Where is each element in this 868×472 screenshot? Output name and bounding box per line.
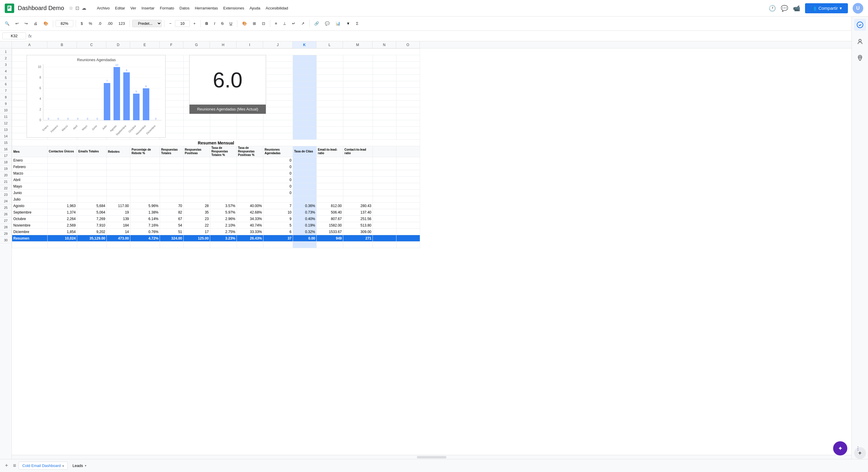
col-header-A[interactable]: A [12,41,47,48]
menu-accesibilidad[interactable]: Accesibilidad [264,5,290,11]
col-header-N[interactable]: N [373,41,396,48]
folder-icon[interactable]: ⊡ [75,5,79,11]
table-row [12,55,420,62]
ai-btn-dots[interactable]: ⋮ [853,441,863,456]
col-header-O[interactable]: O [396,41,420,48]
tab-leads[interactable]: Leads ▾ [69,462,90,470]
corner-cell [0,41,12,48]
borders-button[interactable]: ⊞ [250,20,258,27]
cell-mayo[interactable]: Mayo [12,183,48,190]
cell-marzo[interactable]: Marzo [12,170,48,177]
undo-button[interactable]: ↩ [13,20,21,27]
col-header-G[interactable]: G [183,41,210,48]
row-num-2: 2 [0,55,11,61]
user-avatar[interactable]: U [852,3,863,13]
cell-enero[interactable]: Enero [12,157,48,164]
share-button[interactable]: 👥 Compartir ▾ [805,3,848,13]
menu-editar[interactable]: Editar [113,5,127,11]
align-vert-button[interactable]: ⊥ [281,20,288,27]
cell-julio[interactable]: Julio [12,196,48,203]
cell-reference[interactable] [2,33,26,39]
history-icon[interactable]: 🕐 [769,5,776,12]
currency-button[interactable]: $ [79,20,85,27]
chart-button[interactable]: 📊 [333,20,343,27]
font-size-increase[interactable]: + [191,20,198,27]
decimal-inc-button[interactable]: .00 [105,20,115,27]
person-icon[interactable] [854,35,866,47]
col-header-E[interactable]: E [130,41,160,48]
filter-button[interactable]: ▼ [344,20,352,27]
star-icon[interactable]: ☆ [69,5,73,11]
tab-cold-email-dropdown[interactable]: ▾ [62,464,64,468]
menu-archivo[interactable]: Archivo [95,5,112,11]
col-header-L[interactable]: L [316,41,343,48]
col-header-M[interactable]: M [343,41,373,48]
menu-formato[interactable]: Formato [158,5,177,11]
cell-junio[interactable]: Junio [12,190,48,196]
col-header-F[interactable]: F [160,41,183,48]
merge-button[interactable]: ⊡ [259,20,268,27]
scrollbar-thumb[interactable] [417,456,446,459]
menu-extensiones[interactable]: Extensiones [221,5,247,11]
link-button[interactable]: 🔗 [312,20,321,27]
cell-octubre[interactable]: Octubre [12,215,48,222]
comments-icon[interactable]: 💬 [781,5,788,12]
row-num-9: 9 [0,100,11,107]
summary-mes[interactable]: Resumen [12,235,48,242]
comment-button[interactable]: 💬 [322,20,332,27]
cell-septiembre[interactable]: Septiembre [12,209,48,215]
ai-assistant-button[interactable]: ✦ [833,441,847,456]
table-row [12,120,420,127]
cell-agosto[interactable]: Agosto [12,203,48,209]
check-circle-icon[interactable] [854,19,866,31]
text-wrap-button[interactable]: ↵ [290,20,298,27]
menu-datos[interactable]: Datos [177,5,192,11]
print-button[interactable]: 🖨 [31,20,40,27]
menu-ver[interactable]: Ver [128,5,138,11]
map-pin-icon[interactable] [854,52,866,64]
align-horiz-button[interactable]: ≡ [273,20,280,27]
formula-button[interactable]: Σ [353,20,361,27]
underline-button[interactable]: U [227,20,235,27]
col-header-H[interactable]: H [210,41,237,48]
formula-input[interactable] [34,34,866,38]
cell-febrero[interactable]: Febrero [12,164,48,170]
tab-leads-dropdown[interactable]: ▾ [85,464,86,467]
row-num-3: 3 [0,61,11,68]
add-sheet-button[interactable]: + [2,462,11,470]
table-summary-row: Resumen 10,024 35,129.00 473.00 4.72% 32… [12,235,420,242]
col-header-D[interactable]: D [106,41,130,48]
tab-cold-email-dashboard[interactable]: Cold Email Dashboard ▾ [19,462,68,470]
paint-format-button[interactable]: 🎨 [41,20,51,27]
bold-button[interactable]: B [203,20,211,27]
horizontal-scrollbar[interactable] [12,455,851,459]
font-size-input[interactable] [175,20,190,27]
strikethrough-button[interactable]: S [219,20,226,27]
menu-herramientas[interactable]: Herramientas [192,5,220,11]
number-format-button[interactable]: 123 [116,20,127,27]
menu-insertar[interactable]: Insertar [139,5,157,11]
font-size-decrease[interactable]: − [167,20,174,27]
font-name-select[interactable]: Predet... [132,20,162,27]
cloud-icon[interactable]: ☁ [82,5,86,11]
col-header-I[interactable]: I [237,41,263,48]
fill-color-button[interactable]: 🎨 [240,20,249,27]
zoom-input[interactable] [56,20,73,27]
cell-noviembre[interactable]: Noviembre [12,222,48,229]
empty-cell[interactable] [12,49,420,55]
menu-ayuda[interactable]: Ayuda [247,5,263,11]
col-header-C[interactable]: C [77,41,106,48]
cell-abril[interactable]: Abril [12,177,48,183]
decimal-dec-button[interactable]: .0 [96,20,104,27]
percent-button[interactable]: % [86,20,95,27]
cell-diciembre[interactable]: Diciembre [12,229,48,235]
col-header-K[interactable]: K [293,41,316,48]
redo-button[interactable]: ↪ [22,20,30,27]
undo-search-icon[interactable]: 🔍 [2,20,12,27]
col-header-B[interactable]: B [47,41,77,48]
italic-button[interactable]: I [212,20,218,27]
sheet-menu-button[interactable]: ≡ [12,461,18,470]
text-rotate-button[interactable]: ↗ [299,20,307,27]
video-icon[interactable]: 📹 [793,5,800,12]
col-header-J[interactable]: J [263,41,293,48]
